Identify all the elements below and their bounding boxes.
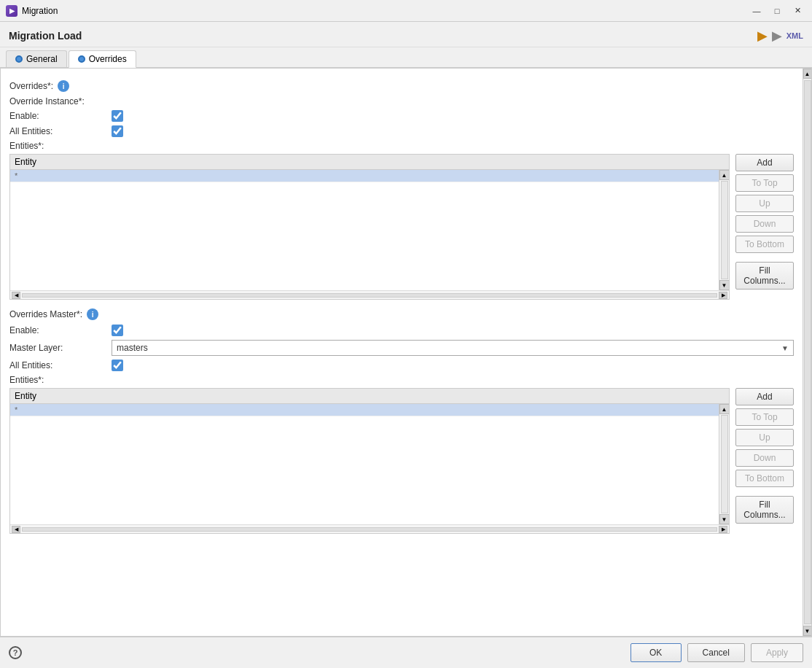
master-enable-label: Enable:	[9, 325, 112, 335]
master-v-scroll-down-arrow[interactable]: ▼	[719, 514, 730, 524]
table-row[interactable]: *	[10, 170, 719, 182]
back-icon[interactable]: ▶	[757, 28, 768, 44]
overrides-fill-columns-button[interactable]: Fill Columns...	[735, 262, 794, 290]
h-scroll-track	[22, 293, 717, 298]
maximize-button[interactable]: □	[768, 4, 786, 18]
tab-overrides-dot	[78, 55, 85, 63]
master-layer-value: masters	[117, 343, 148, 353]
app-icon: ▶	[6, 5, 17, 17]
title-bar: ▶ Migration — □ ✕	[0, 0, 812, 22]
xml-label[interactable]: XML	[786, 31, 803, 40]
close-button[interactable]: ✕	[789, 4, 806, 18]
overrides-enable-checkbox[interactable]	[112, 110, 123, 122]
override-instance-label: Override Instance*:	[9, 96, 112, 106]
overrides-entities-table: Entity * ▲	[9, 154, 730, 300]
overrides-down-button[interactable]: Down	[735, 215, 794, 233]
overrides-master-section-label: Overrides Master*:	[9, 309, 82, 319]
master-table-v-scroll[interactable]: ▲ ▼	[719, 404, 729, 524]
overrides-section-label: Overrides*:	[9, 81, 53, 91]
header-icons: ▶ ▶ XML	[757, 28, 803, 44]
master-h-scrollbar[interactable]: ◀ ▶	[10, 524, 729, 533]
master-to-bottom-button[interactable]: To Bottom	[735, 470, 794, 487]
overrides-all-entities-label: All Entities:	[9, 126, 112, 136]
master-entities-label: Entities*:	[9, 375, 794, 385]
master-layer-label: Master Layer:	[9, 343, 112, 353]
overrides-add-button[interactable]: Add	[735, 154, 794, 171]
master-all-entities-label: All Entities:	[9, 360, 112, 370]
master-up-button[interactable]: Up	[735, 429, 794, 446]
master-entities-table: Entity * ▲	[9, 388, 730, 534]
master-layer-row: Master Layer: masters ▼	[9, 340, 794, 356]
master-enable-row: Enable:	[9, 325, 794, 336]
scroll-area: Overrides*: i Override Instance*: Enable…	[1, 69, 803, 636]
overrides-to-top-button[interactable]: To Top	[735, 174, 794, 192]
master-h-scroll-right-arrow[interactable]: ▶	[719, 526, 727, 533]
master-add-button[interactable]: Add	[735, 388, 794, 405]
title-bar-text: Migration	[22, 6, 748, 16]
bottom-bar: ? OK Cancel Apply	[0, 637, 812, 668]
master-entity-col-header: Entity	[15, 391, 36, 401]
override-instance-row: Override Instance*:	[9, 96, 794, 106]
overrides-all-entities-row: All Entities:	[9, 125, 794, 137]
table-row[interactable]: *	[10, 404, 719, 416]
overrides-to-bottom-button[interactable]: To Bottom	[735, 236, 794, 253]
master-to-top-button[interactable]: To Top	[735, 408, 794, 426]
main-v-scrollbar[interactable]: ▲ ▼	[803, 69, 811, 636]
tab-general-dot	[15, 55, 23, 63]
master-entities-table-header: Entity	[10, 389, 729, 404]
tab-general[interactable]: General	[6, 50, 67, 67]
h-scroll-right-arrow[interactable]: ▶	[719, 292, 727, 299]
v-scroll-up-arrow[interactable]: ▲	[719, 170, 730, 180]
overrides-master-section-header: Overrides Master*: i	[9, 308, 794, 320]
overrides-master-info-icon[interactable]: i	[87, 308, 98, 320]
master-all-entities-checkbox[interactable]	[112, 360, 123, 371]
overrides-entity-col-header: Entity	[15, 157, 36, 167]
ok-button[interactable]: OK	[631, 643, 682, 662]
overrides-h-scrollbar[interactable]: ◀ ▶	[10, 290, 729, 299]
overrides-enable-label: Enable:	[9, 111, 112, 121]
master-entities-table-scroll[interactable]: * ▲ ▼	[10, 404, 729, 524]
master-h-scroll-track	[22, 527, 717, 532]
master-v-scroll-up-arrow[interactable]: ▲	[719, 404, 730, 414]
overrides-all-entities-checkbox[interactable]	[112, 125, 123, 137]
row-marker: *	[15, 405, 23, 414]
overrides-entities-label: Entities*:	[9, 141, 794, 151]
apply-button[interactable]: Apply	[751, 643, 803, 662]
bottom-buttons: OK Cancel Apply	[631, 643, 803, 662]
master-fill-columns-button[interactable]: Fill Columns...	[735, 496, 794, 524]
v-scroll-down-arrow[interactable]: ▼	[719, 280, 730, 290]
main-v-scroll-down[interactable]: ▼	[803, 626, 812, 636]
overrides-table-v-scroll[interactable]: ▲ ▼	[719, 170, 729, 290]
v-scroll-track	[721, 181, 728, 279]
overrides-entities-table-area: Entity * ▲	[9, 154, 794, 300]
h-scroll-left-arrow[interactable]: ◀	[12, 292, 20, 299]
help-icon[interactable]: ?	[9, 646, 22, 659]
main-window: Migration Load ▶ ▶ XML General Overrides…	[0, 22, 812, 668]
bottom-left: ?	[9, 646, 22, 659]
title-bar-controls: — □ ✕	[748, 4, 806, 18]
overrides-info-icon[interactable]: i	[58, 80, 69, 92]
row-marker: *	[15, 171, 23, 180]
main-v-scroll-track	[804, 80, 811, 624]
master-entities-buttons: Add To Top Up Down To Bottom Fill Column…	[735, 388, 794, 534]
master-all-entities-row: All Entities:	[9, 360, 794, 371]
tab-general-label: General	[26, 54, 58, 64]
main-v-scroll-up[interactable]: ▲	[803, 69, 812, 79]
overrides-enable-row: Enable:	[9, 110, 794, 122]
minimize-button[interactable]: —	[748, 4, 765, 18]
window-title: Migration Load	[9, 30, 82, 42]
master-enable-checkbox[interactable]	[112, 325, 123, 336]
overrides-up-button[interactable]: Up	[735, 195, 794, 212]
cancel-button[interactable]: Cancel	[687, 643, 745, 662]
master-layer-dropdown[interactable]: masters ▼	[112, 340, 794, 356]
master-entities-table-area: Entity * ▲	[9, 388, 794, 534]
content-panel: Overrides*: i Override Instance*: Enable…	[0, 68, 812, 637]
overrides-table-row-area: *	[10, 170, 719, 290]
master-down-button[interactable]: Down	[735, 449, 794, 467]
overrides-entities-table-scroll[interactable]: * ▲ ▼	[10, 170, 729, 290]
forward-icon[interactable]: ▶	[772, 28, 782, 44]
master-table-row-area: *	[10, 404, 719, 524]
tab-overrides[interactable]: Overrides	[69, 50, 136, 68]
master-h-scroll-left-arrow[interactable]: ◀	[12, 526, 20, 533]
overrides-entities-table-header: Entity	[10, 155, 729, 170]
